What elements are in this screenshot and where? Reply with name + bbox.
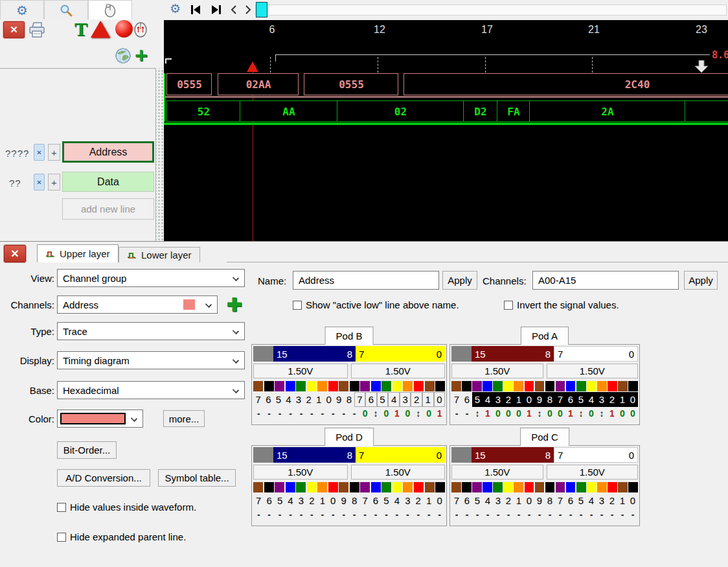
add-button[interactable]: + bbox=[132, 45, 150, 65]
channel-number[interactable]: 3 bbox=[400, 392, 411, 407]
channel-number[interactable]: 6 bbox=[565, 392, 576, 407]
step-forward-button[interactable] bbox=[244, 5, 252, 14]
channel-number[interactable]: 0 bbox=[434, 493, 444, 508]
threshold-voltage-button[interactable]: 1.50V bbox=[547, 465, 639, 480]
channel-number[interactable]: 6 bbox=[365, 392, 377, 407]
signal-name-address[interactable]: Address bbox=[62, 141, 154, 163]
channel-number[interactable]: 1 bbox=[317, 493, 328, 508]
threshold-voltage-button[interactable]: 1.50V bbox=[253, 364, 348, 378]
trace-segment[interactable] bbox=[685, 100, 728, 122]
panel-splitter[interactable] bbox=[155, 68, 164, 241]
channel-number[interactable]: 8 bbox=[545, 493, 555, 508]
channel-number[interactable]: 4 bbox=[392, 493, 402, 508]
cursor-marker[interactable] bbox=[247, 62, 258, 72]
add-trigger-button[interactable]: T bbox=[73, 19, 89, 39]
pod-high-byte-bar[interactable]: 158 bbox=[472, 447, 554, 463]
apply-name-button[interactable]: Apply bbox=[442, 271, 477, 290]
symbol-table-button[interactable]: Symbol table... bbox=[158, 469, 236, 487]
tab-upper-layer[interactable]: Upper layer bbox=[37, 244, 119, 262]
pod-tab[interactable]: Pod D bbox=[324, 428, 374, 446]
threshold-voltage-button[interactable]: 1.50V bbox=[451, 465, 543, 480]
trace-segment[interactable]: 02 bbox=[337, 100, 464, 122]
channel-number[interactable]: 9 bbox=[534, 392, 545, 407]
channel-number[interactable]: 5 bbox=[472, 392, 483, 407]
tab-search[interactable] bbox=[44, 0, 88, 19]
close-view-button[interactable]: ✕ bbox=[3, 21, 25, 38]
print-button[interactable] bbox=[27, 20, 47, 40]
channel-number[interactable]: 1 bbox=[617, 392, 628, 407]
channel-number[interactable]: 6 bbox=[462, 493, 472, 508]
waveform-scrollbar-track[interactable] bbox=[255, 5, 727, 16]
view-select[interactable]: Channel group bbox=[57, 269, 245, 287]
tab-lower-layer[interactable]: Lower layer bbox=[119, 247, 200, 262]
channel-number[interactable]: 7 bbox=[253, 392, 264, 407]
channel-number[interactable]: 0 bbox=[524, 392, 534, 407]
channel-number[interactable]: 5 bbox=[472, 493, 483, 508]
channel-number[interactable]: 9 bbox=[339, 493, 349, 508]
channel-number[interactable]: 7 bbox=[451, 392, 462, 407]
channel-group-select[interactable]: Address bbox=[57, 295, 218, 314]
channel-number[interactable]: 5 bbox=[377, 392, 389, 407]
trace-segment[interactable]: 0555 bbox=[166, 73, 212, 95]
ad-conversion-button[interactable]: A/D Conversion... bbox=[57, 469, 150, 487]
channel-number[interactable]: 1 bbox=[422, 392, 434, 407]
pod-tab[interactable]: Pod A bbox=[521, 327, 569, 345]
channel-number[interactable]: 6 bbox=[565, 493, 576, 508]
threshold-voltage-button[interactable]: 1.50V bbox=[351, 364, 446, 378]
channel-number[interactable]: 3 bbox=[293, 392, 304, 407]
channel-number[interactable]: 7 bbox=[451, 493, 462, 508]
channel-number[interactable]: 3 bbox=[296, 493, 306, 508]
channel-number[interactable]: 4 bbox=[284, 392, 294, 407]
trace-segment[interactable]: D2 bbox=[463, 100, 497, 122]
end-marker-arrow-icon[interactable] bbox=[694, 60, 709, 73]
channel-number[interactable]: 2 bbox=[503, 392, 514, 407]
channel-number[interactable]: 0 bbox=[328, 493, 338, 508]
trace-segment[interactable]: 2C40 bbox=[404, 73, 728, 95]
channel-number[interactable]: 1 bbox=[514, 392, 524, 407]
channel-number[interactable]: 2 bbox=[607, 392, 617, 407]
pod-low-byte-bar[interactable]: 70 bbox=[356, 346, 445, 362]
channel-number[interactable]: 0 bbox=[628, 493, 638, 508]
color-select[interactable] bbox=[57, 410, 143, 428]
trace-segment[interactable]: 52 bbox=[166, 100, 240, 122]
channel-number[interactable]: 1 bbox=[617, 493, 628, 508]
channel-number[interactable]: 5 bbox=[576, 493, 586, 508]
skip-to-start-button[interactable] bbox=[190, 5, 201, 15]
channel-number[interactable]: 4 bbox=[285, 493, 295, 508]
more-colors-button[interactable]: more... bbox=[163, 410, 205, 427]
channel-number[interactable]: 7 bbox=[354, 392, 366, 407]
trace-segment[interactable]: 0555 bbox=[304, 73, 398, 95]
channel-number[interactable]: 6 bbox=[264, 392, 274, 407]
trace-segment[interactable]: FA bbox=[497, 100, 530, 122]
channel-number[interactable]: 1 bbox=[424, 493, 434, 508]
channel-number[interactable]: 3 bbox=[597, 493, 607, 508]
channel-number[interactable]: 2 bbox=[503, 493, 514, 508]
close-panel-button[interactable]: ✕ bbox=[4, 245, 26, 262]
channel-number[interactable]: 4 bbox=[586, 392, 597, 407]
tab-settings[interactable]: ⚙ bbox=[0, 0, 44, 19]
channel-number[interactable]: 2 bbox=[607, 493, 617, 508]
pod-tab[interactable]: Pod C bbox=[520, 428, 569, 446]
remove-signal-button[interactable]: ✕ bbox=[34, 144, 45, 161]
channel-number[interactable]: 2 bbox=[411, 392, 422, 407]
channel-number[interactable]: 8 bbox=[349, 493, 359, 508]
channel-number[interactable]: 9 bbox=[334, 392, 345, 407]
tab-mouse[interactable] bbox=[88, 0, 132, 19]
threshold-voltage-button[interactable]: 1.50V bbox=[547, 364, 639, 378]
bit-order-button[interactable]: Bit-Order... bbox=[57, 441, 117, 459]
channel-number[interactable]: 4 bbox=[388, 392, 400, 407]
channel-number[interactable]: 8 bbox=[545, 392, 555, 407]
channel-number[interactable]: 7 bbox=[555, 392, 565, 407]
waveform-settings-button[interactable]: ⚙ bbox=[170, 3, 181, 15]
display-select[interactable]: Timing diagram bbox=[57, 351, 245, 369]
base-select[interactable]: Hexadecimal bbox=[57, 381, 245, 399]
channel-number[interactable]: 7 bbox=[253, 493, 264, 508]
channel-number[interactable]: 3 bbox=[597, 392, 607, 407]
signal-name-data[interactable]: Data bbox=[62, 172, 154, 192]
channel-number[interactable]: 8 bbox=[344, 392, 354, 407]
channel-number[interactable]: 0 bbox=[524, 493, 534, 508]
channel-number[interactable]: 7 bbox=[555, 493, 565, 508]
add-new-line-button[interactable]: add new line bbox=[62, 198, 154, 220]
globe-button[interactable] bbox=[114, 47, 132, 65]
type-select[interactable]: Trace bbox=[57, 322, 245, 340]
